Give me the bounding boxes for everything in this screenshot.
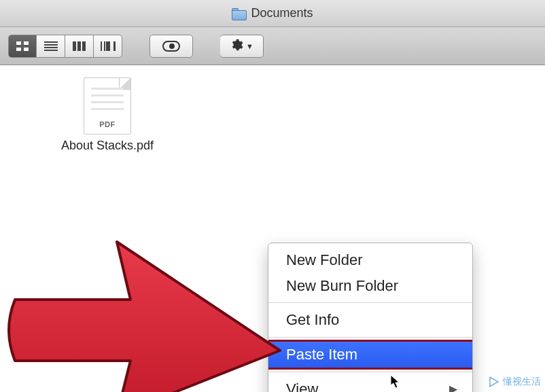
menu-separator [268,302,472,303]
folder-icon [232,8,245,19]
watermark: 懂视生活 [488,376,541,388]
window-title: Documents [251,6,313,20]
file-browser-content[interactable]: PDF About Stacks.pdf New Folder New Burn… [0,65,545,392]
context-menu: New Folder New Burn Folder Get Info Past… [268,243,473,392]
quicklook-button[interactable] [150,35,193,58]
submenu-arrow-icon: ▶ [449,382,457,392]
view-list-button[interactable] [37,35,65,58]
menu-paste-item[interactable]: Paste Item [268,342,472,368]
menu-view[interactable]: View ▶ [268,376,472,392]
menu-new-burn-folder[interactable]: New Burn Folder [268,273,472,299]
menu-item-label: New Burn Folder [286,276,398,296]
gear-icon [230,38,243,54]
view-switcher [8,35,122,58]
coverflow-icon [101,41,116,51]
toolbar: ▼ [0,27,545,65]
play-logo-icon [488,376,500,388]
view-icon-button[interactable] [8,35,37,58]
menu-item-label: Get Info [286,310,339,330]
view-coverflow-button[interactable] [94,35,122,58]
file-item[interactable]: PDF About Stacks.pdf [53,77,162,153]
file-badge: PDF [84,120,130,128]
window-titlebar: Documents [0,0,545,27]
menu-item-label: New Folder [286,250,362,270]
menu-new-folder[interactable]: New Folder [268,247,472,273]
action-menu-button[interactable]: ▼ [220,35,264,58]
menu-get-info[interactable]: Get Info [268,307,472,333]
chevron-down-icon: ▼ [246,42,253,50]
menu-item-label: View [286,379,318,392]
menu-separator [268,337,472,338]
watermark-text: 懂视生活 [503,376,541,388]
grid-icon [16,41,29,51]
file-name[interactable]: About Stacks.pdf [53,139,162,153]
column-icon [73,41,86,51]
pdf-thumbnail-icon: PDF [84,77,131,135]
menu-separator [268,372,472,372]
view-column-button[interactable] [65,35,94,58]
list-icon [44,41,58,51]
eye-icon [162,41,180,52]
annotation-arrow-icon [1,235,284,392]
menu-item-label: Paste Item [286,344,357,365]
